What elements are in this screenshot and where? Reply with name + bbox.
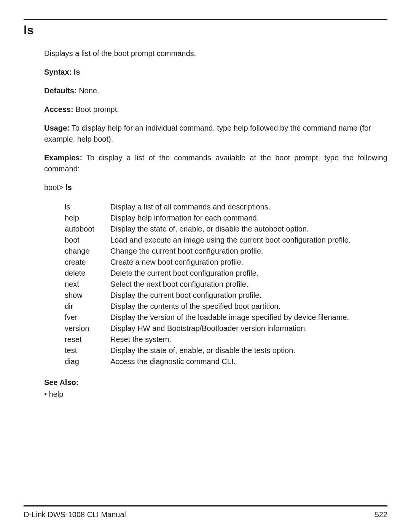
command-name: test [65, 345, 110, 356]
command-row: autobootDisplay the state of, enable, or… [65, 224, 387, 235]
command-row: bootLoad and execute an image using the … [65, 235, 387, 246]
command-desc: Display the current boot configuration p… [110, 290, 387, 301]
command-row: testDisplay the state of, enable, or dis… [65, 345, 387, 356]
command-desc: Load and execute an image using the curr… [110, 235, 387, 246]
command-name: next [65, 279, 110, 290]
prompt-prefix: boot> [44, 183, 64, 192]
command-name: help [65, 212, 110, 224]
command-row: createCreate a new boot configuration pr… [65, 257, 387, 268]
usage-value: To display help for an individual comman… [44, 124, 371, 143]
syntax-line: Syntax: ls [44, 67, 387, 78]
usage-label: Usage: [44, 124, 70, 132]
command-name: dir [65, 301, 110, 312]
command-list: lsDisplay a list of all commands and des… [44, 201, 387, 367]
command-row: resetReset the system. [65, 334, 387, 345]
command-row: deleteDelete the current boot configurat… [65, 268, 387, 279]
command-name: create [65, 257, 110, 268]
syntax-label: Syntax: [44, 68, 72, 76]
command-desc: Display the state of, enable, or disable… [110, 224, 387, 235]
examples-label: Examples: [44, 153, 82, 162]
command-name: boot [65, 235, 110, 246]
access-value: Boot prompt. [75, 105, 119, 113]
command-row: nextSelect the next boot configuration p… [65, 279, 387, 290]
defaults-label: Defaults: [44, 86, 77, 95]
see-also-item: • help [44, 389, 387, 400]
command-desc: Select the next boot configuration profi… [110, 279, 387, 290]
intro-text: Displays a list of the boot prompt comma… [44, 48, 387, 59]
command-name: show [65, 290, 110, 301]
defaults-value: None. [79, 86, 99, 95]
usage-line: Usage: To display help for an individual… [44, 123, 387, 145]
footer-horizontal-rule [24, 505, 387, 506]
command-name: version [65, 323, 110, 334]
command-desc: Delete the current boot configuration pr… [110, 268, 387, 279]
command-name: ls [65, 201, 110, 212]
command-desc: Create a new boot configuration profile. [110, 257, 387, 268]
command-row: versionDisplay HW and Bootstrap/Bootload… [65, 323, 387, 334]
footer-manual-title: D-Link DWS-1008 CLI Manual [24, 510, 126, 519]
command-name: reset [65, 334, 110, 345]
examples-line: Examples: To display a list of the comma… [44, 152, 387, 174]
footer-page-number: 522 [375, 510, 387, 519]
command-row: helpDisplay help information for each co… [65, 212, 387, 224]
command-desc: Change the current boot configuration pr… [110, 246, 387, 257]
command-name: change [65, 246, 110, 257]
command-desc: Display the version of the loadable imag… [110, 312, 387, 323]
access-line: Access: Boot prompt. [44, 104, 387, 115]
top-horizontal-rule [24, 19, 387, 20]
prompt-command: ls [65, 183, 72, 192]
see-also-label: See Also: [44, 377, 387, 388]
command-row: fverDisplay the version of the loadable … [65, 312, 387, 323]
command-desc: Display the contents of the specified bo… [110, 301, 387, 312]
command-row: dirDisplay the contents of the specified… [65, 301, 387, 312]
syntax-value: ls [74, 68, 80, 76]
command-desc: Display a list of all commands and descr… [110, 201, 387, 212]
command-desc: Reset the system. [110, 334, 387, 345]
command-title: ls [24, 23, 387, 37]
command-desc: Access the diagnostic command CLI. [110, 356, 387, 367]
prompt-line: boot> ls [44, 182, 387, 193]
command-row: lsDisplay a list of all commands and des… [65, 201, 387, 212]
command-desc: Display help information for each comman… [110, 212, 387, 224]
defaults-line: Defaults: None. [44, 85, 387, 96]
command-name: delete [65, 268, 110, 279]
command-desc: Display HW and Bootstrap/Bootloader vers… [110, 323, 387, 334]
command-name: diag [65, 356, 110, 367]
command-name: autoboot [65, 224, 110, 235]
command-row: diagAccess the diagnostic command CLI. [65, 356, 387, 367]
command-row: showDisplay the current boot configurati… [65, 290, 387, 301]
command-name: fver [65, 312, 110, 323]
command-desc: Display the state of, enable, or disable… [110, 345, 387, 356]
page-footer: D-Link DWS-1008 CLI Manual 522 [24, 505, 387, 519]
examples-value: To display a list of the commands availa… [44, 153, 387, 173]
access-label: Access: [44, 105, 73, 113]
command-row: changeChange the current boot configurat… [65, 246, 387, 257]
